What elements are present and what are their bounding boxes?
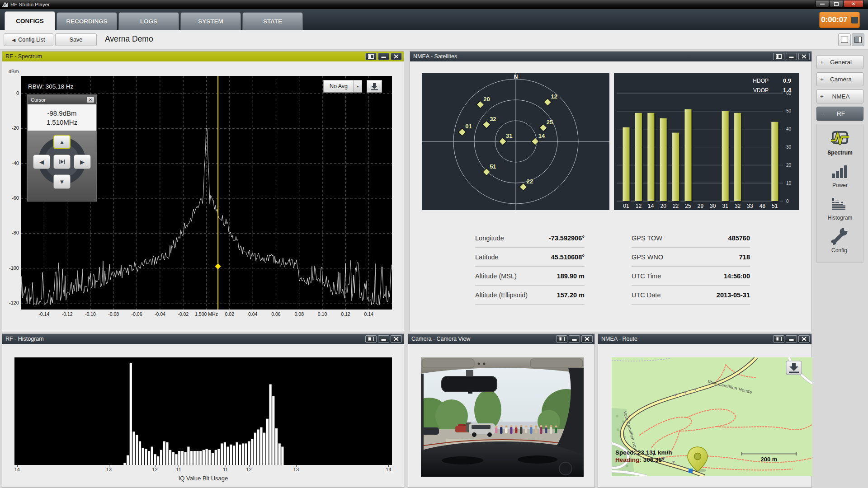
sidebar-group-camera[interactable]: +Camera <box>816 72 863 86</box>
gps-label: Latitude <box>475 253 499 261</box>
tab-system[interactable]: SYSTEM <box>180 12 241 30</box>
close-panel-button[interactable] <box>798 53 810 60</box>
snr-category-label: 48 <box>760 203 766 209</box>
tab-logs[interactable]: LOGS <box>118 12 179 30</box>
cursor-left-button[interactable]: ◀ <box>33 155 50 169</box>
sidebar-group-label: NMEA <box>827 93 855 100</box>
close-panel-button[interactable] <box>391 53 402 60</box>
histogram-bar <box>178 451 180 465</box>
split-view-button[interactable] <box>365 53 377 60</box>
spectrum-export-button[interactable] <box>367 80 382 93</box>
collapse-button[interactable] <box>786 53 797 60</box>
histogram-bar <box>148 451 150 465</box>
rbw-label: RBW: 305.18 Hz <box>28 83 73 90</box>
map-download-button[interactable] <box>786 361 802 375</box>
split-view-button-icon <box>368 54 374 59</box>
split-view-button[interactable] <box>773 53 784 60</box>
layout-split-button[interactable] <box>852 33 864 46</box>
histogram-bar <box>215 450 217 465</box>
histogram-bar <box>257 430 259 465</box>
cursor-down-button[interactable]: ▼ <box>53 174 71 189</box>
timer-button[interactable]: 0:00:07 <box>819 12 860 28</box>
minimize-button[interactable] <box>816 0 829 8</box>
legend-label: VDOP <box>753 87 769 94</box>
collapse-button[interactable] <box>378 53 389 60</box>
tab-configs[interactable]: CONFIGS <box>5 11 55 30</box>
collapse-button-icon <box>381 54 387 59</box>
histogram-bar <box>199 451 202 465</box>
sidebar-group-general[interactable]: +General <box>816 55 863 69</box>
cursor-close-button[interactable]: ✕ <box>86 97 94 103</box>
cursor-readout: -98.9dBm 1.510MHz <box>28 104 96 131</box>
app-icon <box>2 1 8 8</box>
layout-single-button[interactable] <box>838 33 851 46</box>
close-panel-button[interactable] <box>391 335 402 343</box>
collapse-button[interactable] <box>569 335 580 343</box>
sidebar-tool-power[interactable]: Power <box>817 161 863 188</box>
sidebar-group-rf[interactable]: -RF <box>816 107 863 121</box>
timer-value: 0:00:07 <box>821 15 848 24</box>
save-button[interactable]: Save <box>55 33 97 46</box>
config-list-button[interactable]: ◀ Config List <box>4 33 53 46</box>
close-panel-button[interactable] <box>798 335 810 343</box>
collapse-button[interactable] <box>378 335 389 343</box>
satellite-prn-label: 20 <box>483 96 490 103</box>
satellite-marker <box>539 124 547 131</box>
collapse-button[interactable] <box>786 335 797 343</box>
averaging-dropdown[interactable]: No Avg ▼ <box>323 80 362 93</box>
spectrum-icon <box>830 129 850 149</box>
gps-row-gps-tow: GPS TOW485760 <box>632 229 750 248</box>
camera-panel-header: Camera - Camera View <box>408 334 594 344</box>
cursor-marker[interactable] <box>215 263 221 269</box>
tab-recordings[interactable]: RECORDINGS <box>57 12 117 30</box>
collapse-button-icon <box>381 337 387 341</box>
cursor-window-title: Cursor <box>31 97 86 103</box>
histogram-xtick: 12 <box>240 467 258 472</box>
histogram-bar <box>203 450 205 465</box>
histogram-bar <box>175 454 177 465</box>
histogram-bar <box>206 449 208 465</box>
histogram-bar <box>254 433 256 465</box>
close-panel-button[interactable] <box>581 335 593 343</box>
histogram-bar <box>142 448 144 465</box>
panel-route: NMEA - Route <box>598 333 812 488</box>
split-view-button-icon <box>368 337 374 341</box>
sidebar-tool-label: Power <box>832 182 848 188</box>
single-view-icon <box>841 37 848 43</box>
cursor-step-button[interactable] <box>53 155 71 169</box>
panel-histogram: RF - Histogram IQ Value Bit Usage 141312… <box>2 333 404 488</box>
histogram-bar <box>169 450 171 465</box>
tab-state[interactable]: STATE <box>242 12 303 30</box>
sidebar-tool-spectrum[interactable]: Spectrum <box>817 129 863 156</box>
histogram-bar <box>139 441 141 465</box>
satellite-prn-label: 14 <box>538 132 545 139</box>
gps-label: UTC Date <box>632 291 660 299</box>
sidebar-group-nmea[interactable]: +NMEA <box>816 89 863 103</box>
histogram-bar <box>269 385 272 465</box>
split-view-button[interactable] <box>556 335 567 343</box>
download-icon <box>370 83 379 90</box>
satellite-prn-label: 12 <box>551 93 557 100</box>
maximize-button[interactable] <box>830 0 843 8</box>
cursor-window[interactable]: Cursor ✕ -98.9dBm 1.510MHz ▲ ◀ ▶ <box>27 94 97 202</box>
split-view-button[interactable] <box>773 335 784 343</box>
close-button[interactable]: ✕ <box>844 0 863 8</box>
cursor-window-titlebar[interactable]: Cursor ✕ <box>28 95 96 104</box>
config-title: Averna Demo <box>105 34 153 44</box>
cursor-right-button[interactable]: ▶ <box>74 155 91 169</box>
cursor-up-button[interactable]: ▲ <box>53 135 71 149</box>
histogram-icon <box>830 194 850 214</box>
histogram-bar <box>181 451 184 465</box>
sidebar-tool-config[interactable]: Config. <box>817 226 863 253</box>
split-view-button-icon <box>559 337 565 341</box>
sidebar-tool-histogram[interactable]: Histogram <box>817 194 863 221</box>
histogram-bar <box>230 445 232 465</box>
route-map[interactable]: Voie Camillien Houde Voie Camillien Houd… <box>612 357 812 476</box>
histogram-bar <box>248 441 250 465</box>
gps-label: UTC Time <box>632 272 661 280</box>
histogram-bar <box>132 432 135 465</box>
north-label: N <box>514 74 518 80</box>
split-view-button-icon <box>776 337 782 341</box>
histogram-bar <box>193 451 196 465</box>
split-view-button[interactable] <box>365 335 377 343</box>
